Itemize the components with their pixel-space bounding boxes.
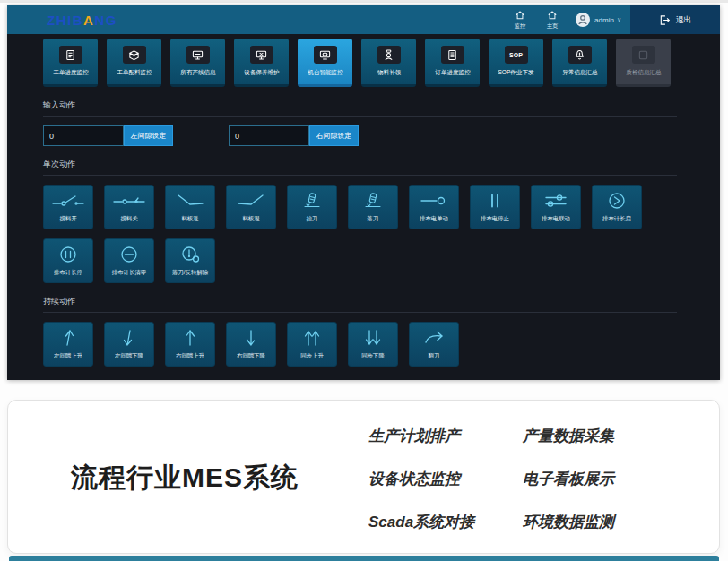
tile-material-replenish[interactable]: 物料补领 xyxy=(361,39,416,87)
section-divider xyxy=(43,116,677,117)
action-sync-up[interactable]: 同步上升 xyxy=(287,322,337,367)
tile-work-order-progress[interactable]: 工单进度监控 xyxy=(43,39,98,87)
action-label: 料板退 xyxy=(242,214,259,222)
action-label: 翻刀 xyxy=(429,351,440,359)
action-label: 搅料关 xyxy=(120,214,137,222)
action-right-gap-up[interactable]: 右间隙上升 xyxy=(165,322,215,367)
action-sync-down[interactable]: 同步下降 xyxy=(348,322,398,367)
continuous-actions-row: 左间隙上升 左间隙下降 右间隙上升 右间隙下降 同步上升 同步下降 翻刀 xyxy=(43,322,684,367)
board-forward-icon xyxy=(172,191,208,211)
action-length-counter-start[interactable]: 排布计长启 xyxy=(592,185,642,229)
tile-label: SOP作业下发 xyxy=(498,68,533,76)
action-board-forward[interactable]: 料板送 xyxy=(165,185,215,229)
tile-production-lines[interactable]: 所有产线信息 xyxy=(170,39,225,87)
promo-title: 流程行业MES系统 xyxy=(71,460,299,496)
left-gap-input[interactable] xyxy=(43,125,124,146)
order-progress-icon xyxy=(441,46,464,64)
action-label: 排布电联动 xyxy=(542,214,570,222)
right-gap-input[interactable] xyxy=(229,125,309,146)
tile-work-order-batching[interactable]: 工单配料监控 xyxy=(107,39,161,87)
action-label: 落刀 xyxy=(368,214,379,222)
tile-order-progress[interactable]: 订单进度监控 xyxy=(425,39,480,87)
logo-part: ZHIB xyxy=(47,13,83,28)
header-right: 监控 主页 admin ∨ 退出 xyxy=(504,5,720,34)
action-label: 抬刀 xyxy=(307,214,318,222)
mixer-off-icon xyxy=(111,191,147,211)
feature-item: 环境数据监测 xyxy=(523,512,677,532)
tile-machine-smart-monitor[interactable]: 机台智能监控 xyxy=(298,39,352,87)
action-label: 排布计长启 xyxy=(602,214,631,222)
tile-label: 机台智能监控 xyxy=(308,68,342,76)
chevron-down-icon[interactable]: ∨ xyxy=(617,16,621,23)
tile-label: 工单进度监控 xyxy=(53,68,88,76)
spread-motor-linked-icon xyxy=(538,191,574,211)
mes-app-window: ZHIBANG 监控 主页 admin ∨ 退出 工单进度监控 xyxy=(7,5,720,380)
knife-reverse-release-icon xyxy=(172,245,208,264)
section-divider xyxy=(43,312,677,313)
equipment-maintenance-icon xyxy=(250,46,273,64)
tile-label: 所有产线信息 xyxy=(180,68,215,76)
tile-abnormal-summary[interactable]: 异常信息汇总 xyxy=(552,39,607,87)
logout-label: 退出 xyxy=(676,14,692,26)
action-spread-motor-linked[interactable]: 排布电联动 xyxy=(531,185,581,229)
action-label: 排布电单动 xyxy=(420,214,448,222)
length-counter-start-icon xyxy=(599,191,635,211)
action-left-gap-down[interactable]: 左间隙下降 xyxy=(104,322,154,367)
action-label: 落刀/反转解除 xyxy=(172,268,208,276)
app-header: ZHIBANG 监控 主页 admin ∨ 退出 xyxy=(7,5,720,34)
user-avatar[interactable] xyxy=(576,13,590,27)
module-tiles-row: 工单进度监控 工单配料监控 所有产线信息 设备保养维护 机台智能监控 物料补领 … xyxy=(43,39,720,87)
action-label: 排布电停止 xyxy=(481,214,509,222)
nav-monitor[interactable]: 监控 xyxy=(504,10,536,30)
action-mixer-on[interactable]: 搅料开 xyxy=(43,185,93,229)
feature-item: 生产计划排产 xyxy=(368,426,523,446)
action-length-counter-clear[interactable]: 排布计长清零 xyxy=(104,238,154,283)
action-mixer-off[interactable]: 搅料关 xyxy=(104,185,154,229)
right-gap-group: 右间隙设定 xyxy=(229,125,359,146)
work-order-progress-icon xyxy=(59,46,82,64)
knife-down-icon xyxy=(355,191,391,211)
logout-icon xyxy=(659,14,671,26)
action-right-gap-down[interactable]: 右间隙下降 xyxy=(226,322,276,367)
action-board-back[interactable]: 料板退 xyxy=(226,185,276,229)
spread-motor-jog-icon xyxy=(416,191,452,211)
nav-home-label: 主页 xyxy=(547,22,559,30)
username[interactable]: admin xyxy=(594,16,614,24)
action-label: 料板送 xyxy=(181,214,198,222)
home-icon xyxy=(547,10,558,21)
promo-card: 流程行业MES系统 生产计划排产 产量数据采集 设备状态监控 电子看板展示 Sc… xyxy=(7,400,720,554)
input-actions-row: 左间隙设定 右间隙设定 xyxy=(43,125,684,146)
machine-smart-monitor-icon xyxy=(314,46,337,64)
production-lines-icon xyxy=(186,46,210,64)
double-arrow-down-icon xyxy=(355,328,391,348)
tile-quality-summary[interactable]: 质检信息汇总 xyxy=(616,39,671,87)
action-flip-knife[interactable]: 翻刀 xyxy=(409,322,459,367)
nav-home[interactable]: 主页 xyxy=(536,10,568,30)
left-gap-set-button[interactable]: 左间隙设定 xyxy=(124,125,173,146)
action-knife-reverse-release[interactable]: 落刀/反转解除 xyxy=(165,238,215,283)
length-counter-pause-icon xyxy=(50,245,86,264)
action-spread-motor-stop[interactable]: 排布电停止 xyxy=(470,185,520,229)
logo-accent: A xyxy=(83,13,94,28)
material-replenish-icon xyxy=(377,46,401,64)
home-monitor-icon xyxy=(515,10,525,21)
tile-sop-dispatch[interactable]: SOP SOP作业下发 xyxy=(489,39,543,87)
action-label: 排布计长停 xyxy=(54,268,82,276)
work-order-batching-icon xyxy=(123,46,146,64)
mixer-on-icon xyxy=(50,191,86,211)
action-knife-up[interactable]: 抬刀 xyxy=(287,185,337,229)
continuous-section-title: 持续动作 xyxy=(43,296,677,307)
action-knife-down[interactable]: 落刀 xyxy=(348,185,398,229)
action-length-counter-pause[interactable]: 排布计长停 xyxy=(43,238,93,283)
action-spread-motor-jog[interactable]: 排布电单动 xyxy=(409,185,459,229)
logo-part: NG xyxy=(94,13,117,28)
tile-label: 工单配料监控 xyxy=(117,68,152,76)
logout-button[interactable]: 退出 xyxy=(630,5,720,34)
abnormal-alert-icon xyxy=(568,46,592,64)
action-label: 同步上升 xyxy=(300,351,324,359)
tile-label: 质检信息汇总 xyxy=(626,68,661,76)
right-gap-set-button[interactable]: 右间隙设定 xyxy=(309,125,359,146)
action-left-gap-up[interactable]: 左间隙上升 xyxy=(43,322,93,367)
double-arrow-up-icon xyxy=(294,328,330,348)
tile-equipment-maintenance[interactable]: 设备保养维护 xyxy=(234,39,289,87)
